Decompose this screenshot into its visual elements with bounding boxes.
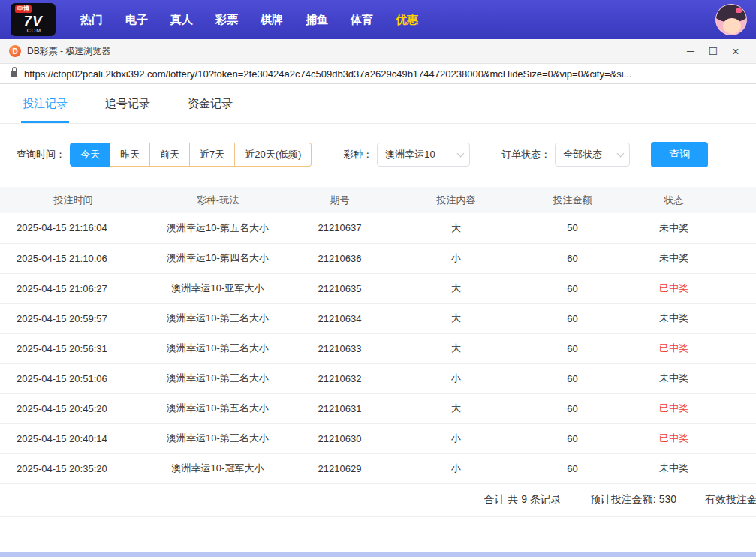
nav-item-优惠[interactable]: 优惠 (384, 13, 429, 27)
cell-bet-content: 大 (390, 393, 522, 423)
table-row: 2025-04-15 20:59:57澳洲幸运10-第三名大小21210634大… (0, 303, 756, 333)
cell-bet-amount: 60 (522, 273, 623, 303)
logo-suffix: .COM (25, 28, 41, 34)
cell-bet-content: 小 (390, 243, 522, 273)
column-header-投注金额: 投注金额 (522, 187, 623, 213)
cell-status: 已中奖 (623, 423, 756, 453)
cell-bet-time: 2025-04-15 20:56:31 (0, 333, 146, 363)
filter-bar: 查询时间： 今天昨天前天近7天近20天(低频) 彩种： 澳洲幸运10 订单状态：… (17, 142, 756, 167)
cell-play-name: 澳洲幸运10-第三名大小 (146, 423, 289, 453)
logo-text: 7V (23, 14, 42, 28)
cell-bet-content: 大 (390, 303, 522, 333)
table-row: 2025-04-15 20:45:20澳洲幸运10-第五名大小21210631大… (0, 393, 756, 423)
cell-bet-time: 2025-04-15 21:16:04 (0, 213, 146, 243)
cell-issue-number: 21210633 (289, 333, 390, 363)
table-header: 投注时间彩种-玩法期号投注内容投注金额状态 (0, 187, 756, 213)
cell-bet-amount: 60 (522, 303, 623, 333)
nav-item-热门[interactable]: 热门 (69, 13, 114, 27)
cell-issue-number: 21210637 (289, 213, 390, 243)
table-row: 2025-04-15 20:40:14澳洲幸运10-第三名大小21210630小… (0, 423, 756, 453)
table-row: 2025-04-15 20:51:06澳洲幸运10-第三名大小21210632小… (0, 363, 756, 393)
cell-issue-number: 21210632 (289, 363, 390, 393)
cell-status: 已中奖 (623, 393, 756, 423)
cell-play-name: 澳洲幸运10-第三名大小 (146, 363, 289, 393)
cell-bet-amount: 60 (522, 333, 623, 363)
table-row: 2025-04-15 21:16:04澳洲幸运10-第五名大小21210637大… (0, 213, 756, 243)
cell-bet-amount: 60 (522, 243, 623, 273)
lottery-select[interactable]: 澳洲幸运10 (377, 143, 470, 167)
table-footer: 合计 共 9 条记录 预计投注金额: 530 有效投注金额 (0, 484, 756, 517)
nav-item-捕鱼[interactable]: 捕鱼 (294, 13, 339, 27)
order-status-select[interactable]: 全部状态 (555, 143, 630, 167)
nav-item-真人[interactable]: 真人 (159, 13, 204, 27)
cell-status: 未中奖 (623, 303, 756, 333)
cell-bet-time: 2025-04-15 20:45:20 (0, 393, 146, 423)
time-option-昨天[interactable]: 昨天 (110, 143, 150, 167)
table-row: 2025-04-15 20:56:31澳洲幸运10-第三名大小21210633大… (0, 333, 756, 363)
maximize-button[interactable]: ☐ (702, 39, 724, 64)
favicon-icon: D (9, 45, 21, 57)
close-button[interactable]: × (724, 39, 747, 64)
nav-item-棋牌[interactable]: 棋牌 (249, 13, 294, 27)
cell-bet-time: 2025-04-15 21:06:27 (0, 273, 146, 303)
cell-issue-number: 21210630 (289, 423, 390, 453)
user-avatar[interactable] (715, 4, 747, 35)
site-logo[interactable]: 申博 7V .COM (11, 3, 56, 36)
cell-status: 未中奖 (623, 363, 756, 393)
logo-badge: 申博 (15, 5, 32, 13)
cell-bet-amount: 60 (522, 393, 623, 423)
time-option-近20天(低频)[interactable]: 近20天(低频) (235, 143, 312, 167)
cell-bet-amount: 50 (522, 213, 623, 243)
cell-bet-content: 大 (390, 273, 522, 303)
page-content: 投注记录追号记录资金记录 查询时间： 今天昨天前天近7天近20天(低频) 彩种：… (0, 84, 756, 517)
cell-status: 已中奖 (623, 333, 756, 363)
tab-投注记录[interactable]: 投注记录 (21, 97, 69, 123)
cell-play-name: 澳洲幸运10-第五名大小 (146, 213, 289, 243)
cell-play-name: 澳洲幸运10-第三名大小 (146, 303, 289, 333)
table-body: 2025-04-15 21:16:04澳洲幸运10-第五名大小21210637大… (0, 213, 756, 483)
cell-play-name: 澳洲幸运10-第三名大小 (146, 333, 289, 363)
nav-item-体育[interactable]: 体育 (339, 13, 384, 27)
cell-bet-amount: 60 (522, 453, 623, 483)
cell-bet-content: 小 (390, 423, 522, 453)
footer-valid-amount: 有效投注金额 (705, 493, 756, 507)
time-option-今天[interactable]: 今天 (70, 143, 110, 167)
search-button[interactable]: 查询 (651, 142, 708, 167)
top-nav: 申博 7V .COM 热门电子真人彩票棋牌捕鱼体育优惠 (0, 0, 756, 39)
header-row: 投注时间彩种-玩法期号投注内容投注金额状态 (0, 187, 756, 213)
record-tabs: 投注记录追号记录资金记录 (0, 84, 756, 124)
cell-bet-time: 2025-04-15 20:35:20 (0, 453, 146, 483)
browser-titlebar: D DB彩票 - 极速浏览器 ─ ☐ × (0, 39, 756, 64)
time-option-前天[interactable]: 前天 (150, 143, 190, 167)
table-row: 2025-04-15 21:10:06澳洲幸运10-第四名大小21210636小… (0, 243, 756, 273)
cell-bet-content: 小 (390, 453, 522, 483)
order-status-label: 订单状态： (501, 148, 550, 161)
lock-icon (11, 71, 17, 77)
nav-item-电子[interactable]: 电子 (114, 13, 159, 27)
time-filter-group: 今天昨天前天近7天近20天(低频) (70, 143, 312, 167)
cell-bet-time: 2025-04-15 21:10:06 (0, 243, 146, 273)
time-filter-label: 查询时间： (17, 148, 65, 161)
lottery-label: 彩种： (343, 148, 372, 161)
nav-item-彩票[interactable]: 彩票 (204, 13, 249, 27)
cell-bet-time: 2025-04-15 20:51:06 (0, 363, 146, 393)
cell-bet-amount: 60 (522, 423, 623, 453)
tab-追号记录[interactable]: 追号记录 (104, 97, 152, 123)
tab-资金记录[interactable]: 资金记录 (186, 97, 234, 123)
column-header-状态: 状态 (623, 187, 756, 213)
cell-status: 已中奖 (623, 273, 756, 303)
cell-issue-number: 21210636 (289, 243, 390, 273)
url-bar[interactable]: https://ctop02pcali.2kbxi392.com/lottery… (0, 64, 756, 84)
cell-status: 未中奖 (623, 453, 756, 483)
time-option-近7天[interactable]: 近7天 (190, 143, 235, 167)
bets-table: 投注时间彩种-玩法期号投注内容投注金额状态 2025-04-15 21:16:0… (0, 187, 756, 484)
column-header-投注时间: 投注时间 (0, 187, 146, 213)
url-text[interactable]: https://ctop02pcali.2kbxi392.com/lottery… (24, 68, 631, 80)
avatar-bow (736, 8, 742, 13)
minimize-button[interactable]: ─ (679, 39, 702, 64)
column-header-彩种-玩法: 彩种-玩法 (146, 187, 289, 213)
table-row: 2025-04-15 21:06:27澳洲幸运10-亚军大小21210635大6… (0, 273, 756, 303)
cell-bet-content: 大 (390, 333, 522, 363)
footer-total: 合计 共 9 条记录 (483, 493, 561, 507)
column-header-投注内容: 投注内容 (390, 187, 522, 213)
